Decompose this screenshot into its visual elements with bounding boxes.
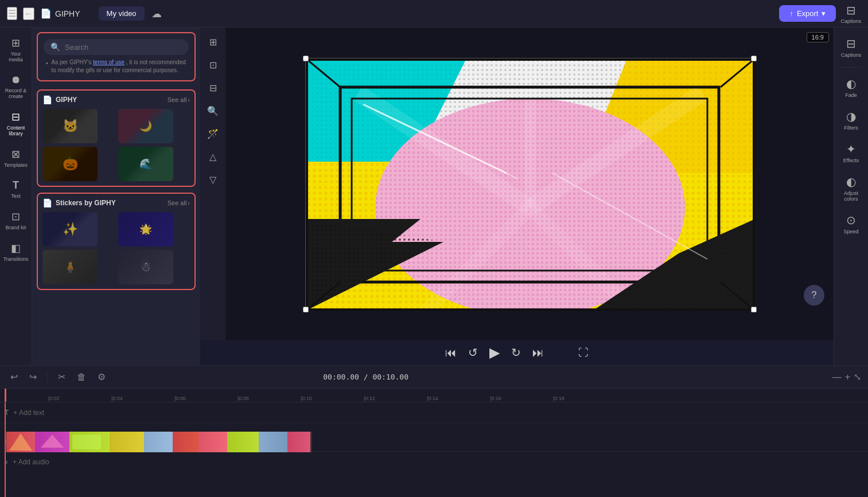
search-input[interactable] xyxy=(65,43,182,52)
giphy-section-header: 📄 GIPHY See all › xyxy=(42,95,190,104)
sticker-item-4[interactable]: ☃ xyxy=(118,250,173,284)
skip-start-button[interactable]: ⏮ xyxy=(445,346,457,359)
play-button[interactable]: ▶ xyxy=(489,345,500,361)
main-content: ⊞ Your media ⏺ Record & create ⊟ Content… xyxy=(0,28,868,365)
undo-button[interactable]: ↩ xyxy=(7,370,21,384)
timeline-area: ↩ ↪ ✂ 🗑 ⚙ 00:00.00 / 00:10.00 — + ⤡ |0:0… xyxy=(0,365,868,497)
right-tool-speed[interactable]: ⊙ Speed xyxy=(836,209,867,239)
panel-content: 📄 GIPHY See all › 🐱 🌙 xyxy=(32,86,200,365)
zoom-in-button[interactable]: + xyxy=(845,372,850,382)
left-nav: ⊞ Your media ⏺ Record & create ⊟ Content… xyxy=(0,28,32,365)
sticker-item-1[interactable]: ✨ xyxy=(42,212,98,246)
help-button[interactable]: ? xyxy=(804,285,824,306)
delete-button[interactable]: 🗑 xyxy=(73,370,89,384)
crop-tool-button[interactable]: ⊡ xyxy=(203,55,223,75)
gif-item-1[interactable]: 🐱 xyxy=(42,109,98,143)
sidebar-item-content-library[interactable]: ⊟ Content library xyxy=(2,106,30,141)
filter-tool-button[interactable]: △ xyxy=(203,147,223,166)
fullscreen-button[interactable]: ⛶ xyxy=(578,347,589,359)
stickers-see-all-button[interactable]: See all › xyxy=(168,199,190,206)
settings-button[interactable]: ⚙ xyxy=(94,370,109,384)
fade-label: Fade xyxy=(845,92,857,98)
sidebar-item-transitions[interactable]: ◧ Transitions xyxy=(2,237,30,267)
gif-item-3[interactable]: 🎃 xyxy=(42,147,98,181)
ruler-marks-container: |0:02 |0:04 |0:06 |0:08 |0:10 |0:12 |0:1… xyxy=(14,389,863,402)
hamburger-button[interactable]: ☰ xyxy=(7,7,17,20)
right-tool-effects[interactable]: ✦ Effects xyxy=(836,138,867,168)
magic-tool-button[interactable]: 🪄 xyxy=(203,124,223,143)
canvas-handle-br[interactable] xyxy=(751,307,757,312)
zoom-tool-button[interactable]: 🔍 xyxy=(203,101,223,120)
zoom-out-button[interactable]: — xyxy=(832,372,842,382)
sticker-item-2[interactable]: 🌟 xyxy=(118,212,173,246)
sidebar-item-brand-kit[interactable]: ⊡ Brand kit xyxy=(2,206,30,235)
captions-panel[interactable]: ⊟ Captions xyxy=(840,3,861,24)
captions-label: Captions xyxy=(840,18,861,24)
center-area: ⊞ ⊡ ⊟ 🔍 🪄 △ ▽ xyxy=(200,28,834,365)
giphy-section: 📄 GIPHY See all › 🐱 🌙 xyxy=(37,89,196,187)
sidebar-item-templates[interactable]: ⊠ Templates xyxy=(2,143,30,173)
video-canvas[interactable] xyxy=(305,58,754,310)
skip-end-button[interactable]: ⏭ xyxy=(532,346,544,359)
canvas-handle-tr[interactable] xyxy=(751,56,757,61)
stickers-grid: ✨ 🌟 🧍 ☃ xyxy=(42,212,190,284)
sidebar-item-record-create[interactable]: ⏺ Record & create xyxy=(2,69,30,104)
top-bar-right: ↑ Export ▾ ⊟ Captions xyxy=(779,3,861,24)
stickers-section: 📄 Stickers by GIPHY See all › ✨ 🌟 xyxy=(37,193,196,290)
filters-label: Filters xyxy=(844,125,858,131)
brand-icon: ⊡ xyxy=(11,210,20,223)
sticker-item-3[interactable]: 🧍 xyxy=(42,250,98,284)
fit-tool-button[interactable]: ⊞ xyxy=(203,32,223,52)
see-all-label: See all xyxy=(168,96,187,103)
adjust-tool-button[interactable]: ▽ xyxy=(203,170,223,189)
right-tool-adjust-colors[interactable]: ◐ Adjust colors xyxy=(836,170,867,206)
back-button[interactable]: ← xyxy=(23,7,34,20)
chevron-right-icon: › xyxy=(188,199,190,206)
sidebar-item-text[interactable]: T Text xyxy=(2,175,30,204)
expand-button[interactable]: ⤡ xyxy=(854,371,861,382)
giphy-see-all-button[interactable]: See all › xyxy=(168,96,190,103)
video-track-area: ⏸ xyxy=(5,429,863,445)
ruler-mark-0-04: |0:04 xyxy=(111,396,123,401)
share-icon-button[interactable]: ☁ xyxy=(151,7,162,20)
segment-4 xyxy=(110,432,144,452)
canvas-handle-tl[interactable] xyxy=(303,56,309,61)
export-button[interactable]: ↑ Export ▾ xyxy=(779,5,836,22)
canvas-handle-bl[interactable] xyxy=(303,307,309,312)
ruler-mark-0-02: |0:02 xyxy=(48,396,60,401)
track-end-indicator xyxy=(310,432,312,452)
sidebar-item-your-media[interactable]: ⊞ Your media xyxy=(2,32,30,67)
timeline-toolbar: ↩ ↪ ✂ 🗑 ⚙ 00:00.00 / 00:10.00 — + ⤡ xyxy=(0,366,868,389)
timeline-ruler: |0:02 |0:04 |0:06 |0:08 |0:10 |0:12 |0:1… xyxy=(0,389,868,402)
right-tool-captions[interactable]: ⊟ Captions xyxy=(836,32,867,62)
export-chevron: ▾ xyxy=(822,9,826,18)
terms-link[interactable]: terms of use xyxy=(93,59,124,65)
top-bar: ☰ ← 📄 GIPHY My video ☁ ↑ Export ▾ ⊟ Capt… xyxy=(0,0,868,28)
search-box[interactable]: 🔍 xyxy=(44,39,189,55)
right-tool-filters[interactable]: ◑ Filters xyxy=(836,105,867,135)
preview-area: 16:9 ? xyxy=(225,28,834,340)
tab-my-video[interactable]: My video xyxy=(99,6,145,21)
flip-tool-button[interactable]: ⊟ xyxy=(203,78,223,97)
sidebar-item-label: Brand kit xyxy=(6,225,26,230)
right-tool-fade[interactable]: ◐ Fade xyxy=(836,72,867,103)
add-text-button[interactable]: + Add text xyxy=(13,409,44,417)
see-all-label: See all xyxy=(168,199,187,206)
right-divider-1 xyxy=(841,67,862,68)
add-audio-button[interactable]: + Add audio xyxy=(13,458,49,466)
cut-button[interactable]: ✂ xyxy=(55,370,69,384)
gif-item-4[interactable]: 🌊 xyxy=(118,147,173,181)
stickers-title-text: Stickers by GIPHY xyxy=(56,199,116,207)
captions-icon: ⊟ xyxy=(846,37,856,50)
segment-10 xyxy=(287,432,310,452)
sidebar-item-label: Content library xyxy=(5,125,27,136)
forward-button[interactable]: ↻ xyxy=(511,346,521,359)
export-label: Export xyxy=(797,9,819,18)
video-track[interactable]: ⏸ xyxy=(5,432,314,452)
gif-item-2[interactable]: 🌙 xyxy=(118,109,173,143)
toolbar-separator-1 xyxy=(47,371,48,383)
fade-icon: ◐ xyxy=(846,77,856,91)
preview-toolbar: ⊞ ⊡ ⊟ 🔍 🪄 △ ▽ xyxy=(200,28,225,340)
redo-button[interactable]: ↪ xyxy=(26,370,40,384)
rewind-button[interactable]: ↺ xyxy=(468,346,478,359)
